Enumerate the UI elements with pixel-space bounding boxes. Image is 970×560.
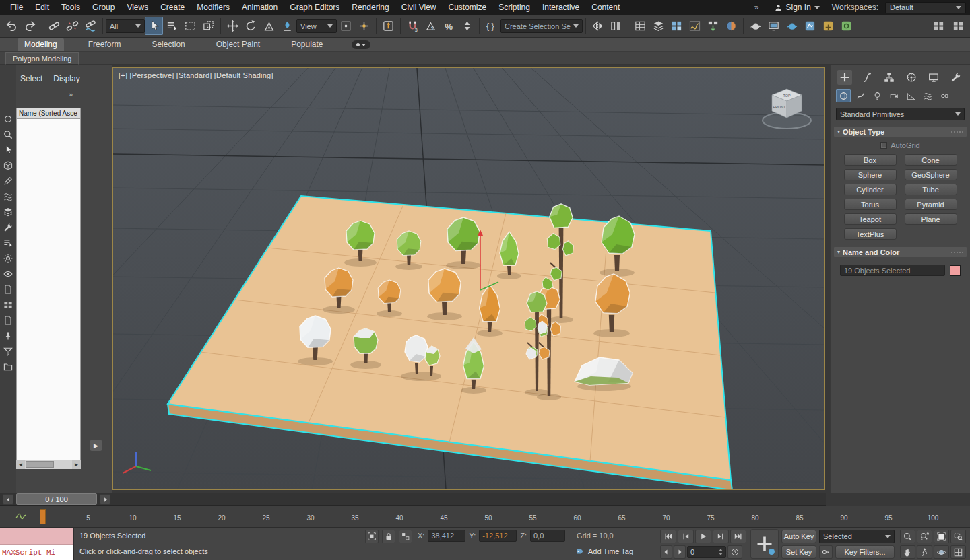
material-editor-button[interactable] bbox=[722, 17, 740, 35]
select-and-move-button[interactable] bbox=[224, 17, 242, 35]
select-and-manipulate-button[interactable] bbox=[355, 17, 373, 35]
edit-named-selection-sets-button[interactable] bbox=[482, 17, 500, 35]
gear-icon[interactable] bbox=[1, 251, 15, 265]
orbit-button[interactable] bbox=[934, 545, 949, 559]
cone-button[interactable]: Cone bbox=[905, 154, 957, 166]
frame-spinner[interactable] bbox=[719, 549, 723, 555]
display-tab[interactable] bbox=[926, 70, 941, 85]
selection-filter-dropdown[interactable]: All bbox=[106, 19, 145, 33]
select-and-rotate-button[interactable] bbox=[242, 17, 260, 35]
spinner-snap-button[interactable] bbox=[458, 17, 476, 35]
explorer-display-menu[interactable]: Display bbox=[53, 74, 79, 83]
scroll-right-arrow[interactable]: ► bbox=[72, 460, 81, 469]
menu-animation[interactable]: Animation bbox=[236, 0, 284, 15]
key-previous-arrow[interactable] bbox=[660, 545, 672, 559]
window-crossing-button[interactable] bbox=[199, 17, 218, 35]
cameras-category-button[interactable] bbox=[886, 89, 901, 102]
select-object-button[interactable] bbox=[145, 17, 163, 35]
rectangular-selection-region-button[interactable] bbox=[181, 17, 199, 35]
curve-editor-button[interactable] bbox=[686, 17, 704, 35]
zoom-region-button[interactable] bbox=[950, 530, 966, 543]
primitives-dropdown[interactable]: Standard Primitives bbox=[836, 108, 965, 120]
waves-icon[interactable] bbox=[1, 189, 15, 203]
set-key-mode-button[interactable] bbox=[819, 545, 833, 559]
object-name-field[interactable]: 19 Objects Selected bbox=[840, 265, 945, 276]
viewport-label[interactable]: [+] [Perspective] [Standard] [Default Sh… bbox=[119, 71, 273, 79]
autogrid-checkbox[interactable] bbox=[880, 142, 887, 149]
key-next-arrow[interactable] bbox=[674, 545, 686, 559]
absolute-offset-toggle[interactable] bbox=[399, 530, 412, 543]
menu-views[interactable]: Views bbox=[121, 0, 154, 15]
tab-modeling[interactable]: Modeling bbox=[18, 38, 64, 51]
key-set-dropdown[interactable]: Selected bbox=[819, 530, 895, 543]
angle-snap-button[interactable] bbox=[422, 17, 440, 35]
create-tab[interactable] bbox=[837, 70, 852, 85]
add-time-tag[interactable]: Add Time Tag bbox=[575, 547, 633, 556]
viewcube-front-label[interactable]: FRONT bbox=[773, 105, 787, 109]
textplus-button[interactable]: TextPlus bbox=[844, 228, 897, 240]
object-type-rollout[interactable]: ▾ Object Type bbox=[833, 126, 967, 137]
y-coordinate-field[interactable]: -12,512 bbox=[479, 530, 517, 542]
object-color-swatch[interactable] bbox=[950, 265, 961, 276]
cursor-icon[interactable] bbox=[1, 143, 15, 157]
geometry-category-button[interactable] bbox=[836, 89, 851, 102]
track-bar[interactable]: 5 10 15 20 25 30 35 40 45 50 55 60 65 70… bbox=[0, 506, 970, 528]
tab-selection[interactable]: Selection bbox=[145, 38, 191, 51]
sign-in-button[interactable]: Sign In bbox=[769, 3, 825, 12]
scroll-left-arrow[interactable]: ◄ bbox=[16, 460, 25, 469]
wrench-icon[interactable] bbox=[1, 220, 15, 234]
next-frame-button[interactable] bbox=[713, 530, 729, 543]
listener-pane[interactable]: MAXScript Mi bbox=[0, 545, 73, 560]
current-frame-marker[interactable] bbox=[40, 509, 46, 524]
maxscript-mini-listener[interactable]: MAXScript Mi bbox=[0, 528, 74, 560]
cube-icon[interactable] bbox=[1, 158, 15, 172]
time-configuration-button[interactable] bbox=[728, 545, 742, 559]
folder-icon[interactable] bbox=[1, 359, 15, 374]
scrollbar-track[interactable] bbox=[55, 460, 72, 469]
go-to-end-button[interactable] bbox=[730, 530, 746, 543]
zoom-all-button[interactable] bbox=[917, 530, 932, 543]
explorer-name-column-header[interactable]: Name (Sorted Asce bbox=[16, 108, 81, 119]
list-icon[interactable] bbox=[1, 236, 15, 250]
lights-category-button[interactable] bbox=[870, 89, 884, 102]
viewcube-top-label[interactable]: TOP bbox=[783, 94, 791, 98]
explorer-flyout-button[interactable]: ▶ bbox=[90, 440, 102, 451]
schematic-view-button[interactable] bbox=[704, 17, 722, 35]
x-coordinate-field[interactable]: 38,412 bbox=[428, 530, 465, 542]
scrollbar-thumb[interactable] bbox=[26, 461, 54, 468]
menu-tools[interactable]: Tools bbox=[55, 0, 86, 15]
zoom-extents-button[interactable] bbox=[934, 530, 949, 543]
box-button[interactable]: Box bbox=[844, 154, 897, 166]
select-and-link-button[interactable] bbox=[45, 17, 63, 35]
align-button[interactable] bbox=[607, 17, 625, 35]
viewport-scene[interactable]: TOP FRONT bbox=[113, 68, 825, 489]
tree-object[interactable] bbox=[377, 280, 402, 317]
polygon-modeling-panel[interactable]: Polygon Modeling bbox=[5, 53, 79, 65]
menu-civil-view[interactable]: Civil View bbox=[395, 0, 443, 15]
tube-button[interactable]: Tube bbox=[905, 184, 957, 195]
layers-icon[interactable] bbox=[1, 205, 15, 219]
teapot-button[interactable]: Teapot bbox=[844, 213, 897, 225]
current-frame-field[interactable]: 0 bbox=[687, 546, 726, 558]
next-frame-arrow[interactable] bbox=[100, 494, 110, 505]
document-icon[interactable] bbox=[1, 313, 15, 327]
explorer-select-menu[interactable]: Select bbox=[20, 74, 42, 83]
percent-snap-button[interactable] bbox=[440, 17, 458, 35]
walk-through-button[interactable] bbox=[917, 545, 932, 559]
play-button[interactable] bbox=[695, 530, 711, 543]
previous-frame-arrow[interactable] bbox=[3, 494, 13, 505]
selection-lock-toggle[interactable] bbox=[382, 530, 395, 543]
select-by-name-button[interactable] bbox=[163, 17, 181, 35]
isolate-selection-toggle[interactable] bbox=[365, 530, 379, 543]
render-setup-button[interactable] bbox=[746, 17, 765, 35]
auto-key-button[interactable]: Auto Key bbox=[781, 530, 816, 543]
reference-coordinate-dropdown[interactable]: View bbox=[296, 19, 337, 33]
plugin-tool-button-1[interactable] bbox=[801, 17, 819, 35]
plane-button[interactable]: Plane bbox=[905, 213, 957, 225]
time-slider[interactable]: 0 / 100 bbox=[0, 493, 826, 506]
cylinder-button[interactable]: Cylinder bbox=[844, 184, 897, 195]
geosphere-button[interactable]: GeoSphere bbox=[905, 169, 957, 180]
menu-scripting[interactable]: Scripting bbox=[492, 0, 536, 15]
z-coordinate-field[interactable]: 0,0 bbox=[530, 530, 565, 542]
hierarchy-tab[interactable] bbox=[882, 70, 897, 85]
